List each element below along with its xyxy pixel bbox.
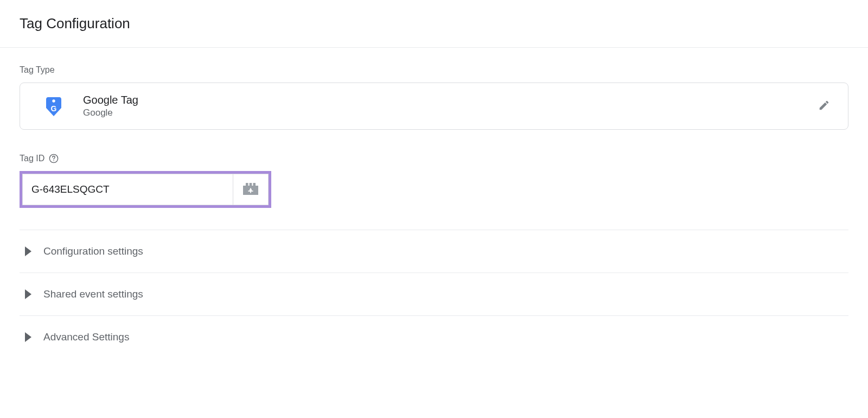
- tag-type-card[interactable]: G Google Tag Google: [20, 83, 848, 130]
- tag-id-field-highlight: [20, 171, 271, 208]
- google-tag-icon: G: [46, 97, 61, 116]
- section-label: Shared event settings: [43, 288, 143, 300]
- section-label: Configuration settings: [43, 245, 143, 257]
- tag-type-name: Google Tag: [83, 94, 813, 106]
- svg-rect-5: [250, 183, 252, 186]
- svg-rect-10: [250, 188, 251, 193]
- help-icon[interactable]: [49, 154, 59, 163]
- pencil-icon: [818, 99, 830, 113]
- insert-variable-button[interactable]: [233, 174, 269, 205]
- tag-type-vendor: Google: [83, 107, 813, 118]
- page-title: Tag Configuration: [20, 15, 848, 32]
- chevron-right-icon: [20, 246, 43, 256]
- section-advanced-settings[interactable]: Advanced Settings: [20, 315, 848, 358]
- chevron-right-icon: [20, 289, 43, 299]
- chevron-right-icon: [20, 332, 43, 342]
- tag-type-label: Tag Type: [20, 65, 848, 75]
- tag-id-label-text: Tag ID: [20, 154, 44, 163]
- tag-type-text: Google Tag Google: [83, 94, 813, 118]
- svg-point-0: [52, 99, 55, 102]
- section-shared-event-settings[interactable]: Shared event settings: [20, 273, 848, 315]
- svg-point-3: [53, 160, 54, 161]
- edit-tag-type-button[interactable]: [813, 96, 835, 117]
- header: Tag Configuration: [0, 0, 868, 48]
- section-configuration-settings[interactable]: Configuration settings: [20, 230, 848, 273]
- variable-brick-icon: [243, 183, 258, 197]
- tag-id-label: Tag ID: [20, 154, 848, 163]
- section-list: Configuration settings Shared event sett…: [20, 230, 848, 358]
- tag-id-input[interactable]: [22, 174, 233, 205]
- svg-text:G: G: [51, 104, 57, 112]
- svg-rect-4: [246, 183, 248, 186]
- svg-rect-6: [253, 183, 256, 186]
- section-label: Advanced Settings: [43, 331, 129, 343]
